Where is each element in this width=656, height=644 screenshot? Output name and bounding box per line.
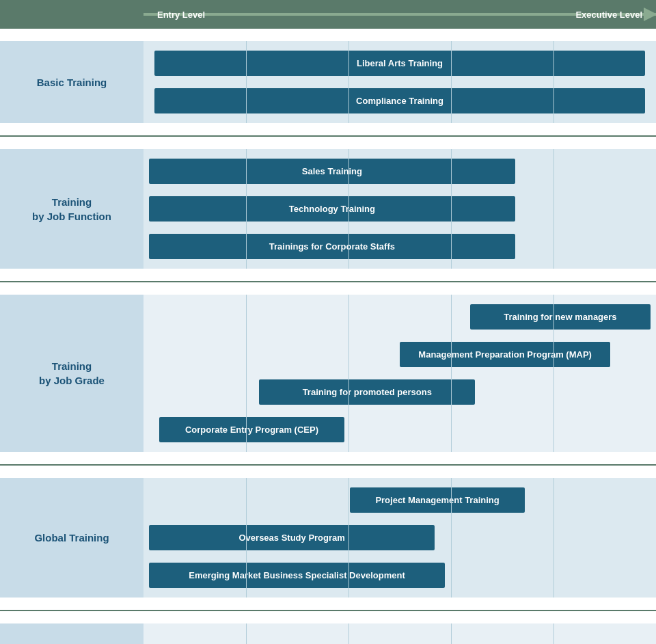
corporate-staffs-bar: Trainings for Corporate Staffs bbox=[149, 234, 515, 259]
content-basic: Liberal Arts Training Compliance Trainin… bbox=[144, 41, 656, 123]
bar-row-overseas: Overseas Study Program bbox=[144, 522, 656, 553]
divider-1 bbox=[451, 41, 452, 123]
category-grade: Trainingby Job Grade bbox=[0, 295, 144, 452]
section-grade: Trainingby Job Grade Training for new ma… bbox=[0, 282, 656, 466]
divider-f1 bbox=[246, 149, 247, 269]
section-global: Global Training Project Management Train… bbox=[0, 466, 656, 611]
pmt-bar: Project Management Training bbox=[350, 487, 525, 513]
emerging-bar: Emerging Market Business Specialist Deve… bbox=[149, 563, 445, 588]
divider-m4 bbox=[554, 623, 554, 644]
divider-g1 bbox=[246, 295, 247, 452]
new-managers-bar: Training for new managers bbox=[470, 304, 651, 330]
divider-gl1 bbox=[246, 478, 247, 598]
category-basic-label: Basic Training bbox=[37, 75, 107, 90]
divider-m2 bbox=[348, 623, 349, 644]
divider-m3 bbox=[451, 623, 452, 644]
cep-bar: Corporate Entry Program (CEP) bbox=[159, 417, 345, 442]
executive-level-label: Executive Level bbox=[575, 10, 642, 20]
header: Entry Level Executive Level bbox=[0, 0, 656, 29]
liberal-arts-bar: Liberal Arts Training bbox=[154, 51, 645, 76]
divider-gl2 bbox=[348, 478, 349, 598]
overseas-bar: Overseas Study Program bbox=[149, 525, 435, 550]
category-management: ManagementTraining bbox=[0, 623, 144, 644]
bar-row-emerging: Emerging Market Business Specialist Deve… bbox=[144, 560, 656, 591]
content-grade: Training for new managers Management Pre… bbox=[144, 295, 656, 452]
divider-m1 bbox=[246, 623, 247, 644]
header-left-space bbox=[0, 0, 144, 29]
content-management: Toshiba Business School Other Business S… bbox=[144, 623, 656, 644]
bar-row-cep: Corporate Entry Program (CEP) bbox=[144, 414, 656, 445]
category-global-label: Global Training bbox=[34, 531, 109, 545]
bar-row-corporate: Trainings for Corporate Staffs bbox=[144, 231, 656, 262]
map-bar: Management Preparation Program (MAP) bbox=[400, 342, 610, 367]
content-function: Sales Training Technology Training Train… bbox=[144, 149, 656, 269]
bar-row-tech: Technology Training bbox=[144, 193, 656, 224]
category-grade-label: Trainingby Job Grade bbox=[39, 359, 105, 388]
bar-row-compliance: Compliance Training bbox=[144, 85, 656, 116]
category-basic: Basic Training bbox=[0, 41, 144, 123]
content-global: Project Management Training Overseas Stu… bbox=[144, 478, 656, 598]
header-axis: Entry Level Executive Level bbox=[144, 0, 656, 29]
bar-row-map: Management Preparation Program (MAP) bbox=[144, 339, 656, 370]
bar-row-new-managers: Training for new managers bbox=[144, 301, 656, 332]
divider-gl4 bbox=[554, 478, 554, 598]
divider-2 bbox=[554, 41, 554, 123]
category-function-label: Trainingby Job Function bbox=[32, 195, 111, 224]
divider-g4 bbox=[554, 295, 554, 452]
bar-row-liberal: Liberal Arts Training bbox=[144, 48, 656, 79]
divider-g3 bbox=[451, 295, 452, 452]
entry-level-label: Entry Level bbox=[157, 10, 205, 20]
category-function: Trainingby Job Function bbox=[0, 149, 144, 269]
category-global: Global Training bbox=[0, 478, 144, 598]
divider-g2 bbox=[348, 295, 349, 452]
divider-f2 bbox=[451, 149, 452, 269]
bar-row-pmt: Project Management Training bbox=[144, 485, 656, 515]
sales-bar: Sales Training bbox=[149, 159, 515, 184]
divider-gl3 bbox=[451, 478, 452, 598]
bar-row-promoted: Training for promoted persons bbox=[144, 377, 656, 407]
compliance-bar: Compliance Training bbox=[154, 88, 645, 113]
section-management: ManagementTraining Toshiba Business Scho… bbox=[0, 611, 656, 644]
section-basic: Basic Training Liberal Arts Training Com… bbox=[0, 29, 656, 137]
section-function: Trainingby Job Function Sales Training T… bbox=[0, 137, 656, 282]
bar-row-sales: Sales Training bbox=[144, 156, 656, 187]
divider-f3 bbox=[554, 149, 554, 269]
promoted-bar: Training for promoted persons bbox=[259, 379, 475, 405]
technology-bar: Technology Training bbox=[149, 196, 515, 222]
